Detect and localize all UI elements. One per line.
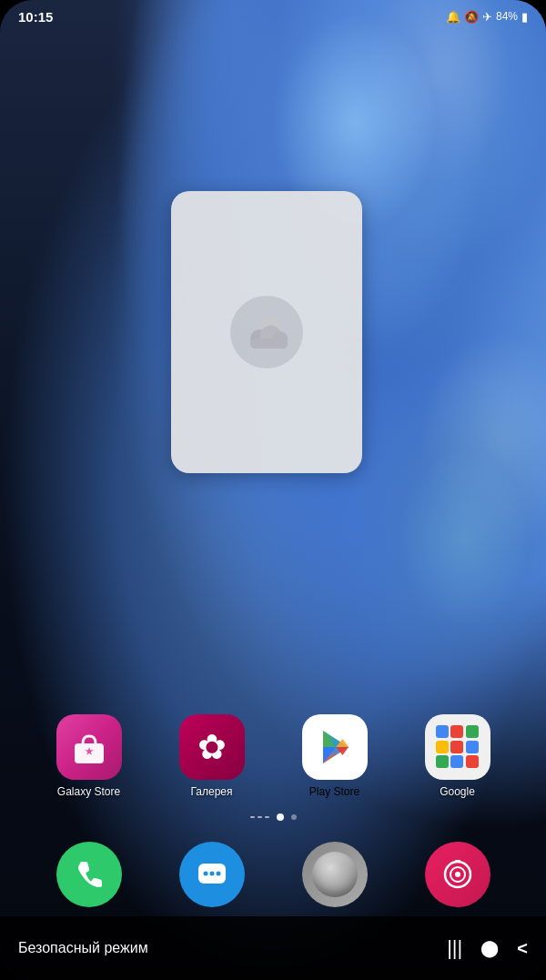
app-google-folder[interactable]: Google [425, 714, 490, 798]
google-dot-3 [466, 725, 479, 738]
bixby-icon [302, 842, 368, 907]
safe-mode-bar: Безопасный режим ||| ⬤ < [0, 916, 546, 980]
weather-widget[interactable] [171, 191, 362, 473]
bottom-dock [0, 842, 546, 907]
phone-icon [56, 842, 122, 907]
svg-rect-19 [455, 860, 460, 863]
indicator-inactive [291, 814, 297, 820]
notification-icon: 🔔 [446, 10, 460, 24]
dock-phone[interactable] [56, 842, 122, 907]
weather-icon-wrap [230, 296, 303, 369]
google-dot-8 [450, 755, 463, 768]
svg-rect-4 [250, 339, 288, 349]
google-dot-9 [466, 755, 479, 768]
gallery-label: Галерея [190, 785, 232, 798]
play-store-label: Play Store [309, 785, 359, 798]
bag-svg [69, 727, 109, 767]
indicator-lines [250, 816, 269, 818]
app-gallery[interactable]: ✿ Галерея [179, 714, 245, 798]
galaxy-store-label: Galaxy Store [57, 785, 120, 798]
back-button[interactable]: < [517, 938, 528, 959]
phone-svg [71, 856, 107, 893]
nav-buttons: ||| ⬤ < [447, 936, 528, 960]
gallery-icon: ✿ [179, 714, 245, 780]
safe-mode-text: Безопасный режим [18, 940, 148, 956]
indicator-active [277, 813, 284, 821]
google-dot-7 [436, 755, 449, 768]
svg-point-14 [209, 872, 214, 876]
page-indicators [0, 813, 546, 821]
indicator-line-2 [258, 816, 262, 818]
play-store-icon [302, 714, 368, 780]
airplane-icon: ✈ [482, 10, 492, 24]
apps-row: Galaxy Store ✿ Галерея [0, 714, 546, 798]
widget-container[interactable] [171, 191, 362, 473]
dock-messages[interactable] [179, 842, 245, 907]
battery-icon: ▮ [521, 10, 528, 24]
galaxy-store-icon [56, 714, 122, 780]
status-icons: 🔔 🔕 ✈ 84% ▮ [446, 10, 528, 24]
google-grid [432, 722, 483, 773]
svg-point-18 [455, 872, 460, 877]
recorder-svg [440, 856, 476, 893]
indicator-line-3 [265, 816, 269, 818]
dock-bixby[interactable] [302, 842, 368, 907]
indicator-line-1 [250, 816, 255, 818]
status-bar: 10:15 🔔 🔕 ✈ 84% ▮ [0, 0, 546, 33]
google-dot-5 [450, 741, 463, 753]
google-folder-label: Google [440, 785, 475, 798]
recent-apps-button[interactable]: ||| [447, 936, 462, 960]
google-dot-1 [436, 725, 449, 738]
google-folder-icon [425, 714, 490, 780]
home-button[interactable]: ⬤ [480, 938, 499, 958]
flower-icon: ✿ [197, 727, 227, 767]
status-time: 10:15 [18, 9, 53, 25]
bixby-orb [312, 852, 358, 897]
google-dot-2 [450, 725, 463, 738]
messages-svg [194, 856, 230, 893]
app-play-store[interactable]: Play Store [302, 714, 368, 798]
screen-recorder-icon [425, 842, 490, 907]
app-galaxy-store[interactable]: Galaxy Store [56, 714, 122, 798]
google-dot-4 [436, 741, 449, 753]
play-logo-svg [314, 726, 356, 768]
svg-point-13 [203, 872, 207, 876]
svg-rect-5 [75, 743, 104, 763]
messages-icon [179, 842, 245, 907]
weather-icon [239, 305, 294, 359]
google-dot-6 [466, 741, 479, 753]
phone-screen: 10:15 🔔 🔕 ✈ 84% ▮ [0, 0, 546, 980]
svg-point-15 [216, 872, 220, 876]
wallpaper [0, 0, 546, 980]
mute-icon: 🔕 [464, 10, 479, 24]
dock-screen-recorder[interactable] [425, 842, 490, 907]
battery-level: 84% [496, 10, 518, 23]
